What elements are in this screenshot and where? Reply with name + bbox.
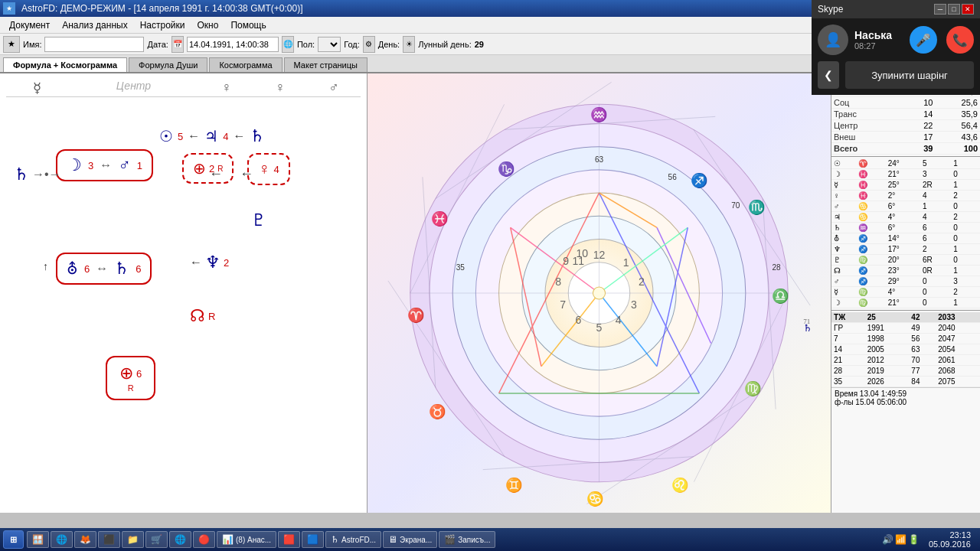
day-icon[interactable]: ☀ bbox=[403, 36, 415, 53]
start-button[interactable]: ⊞ bbox=[3, 530, 24, 549]
col-header-mars: ♂ bbox=[307, 80, 361, 96]
taskbar-item-cmd[interactable]: ⬛ bbox=[98, 531, 120, 548]
right-panel: Пл Дом Уг С Оp Личные 15 38,5 Соц 10 25,… bbox=[831, 73, 980, 513]
row-label: Центр bbox=[831, 120, 905, 132]
date-input[interactable] bbox=[187, 37, 279, 52]
taskbar-item-icon: 🌐 bbox=[175, 534, 186, 545]
taskbar-item-screen[interactable]: 🖥Экрана... bbox=[383, 531, 437, 548]
name-input[interactable] bbox=[44, 37, 144, 52]
taskbar-item-label: AstroFD... bbox=[341, 536, 376, 544]
table-row: ♃♋4°42 bbox=[831, 212, 980, 223]
clock-time: 23:13 bbox=[929, 530, 971, 540]
row-v1: 14 bbox=[905, 109, 935, 120]
svg-text:♑: ♑ bbox=[498, 161, 515, 178]
table-row: ⛢♐14°60 bbox=[831, 233, 980, 244]
saturn-left-symbol: ♄ bbox=[14, 165, 29, 184]
arrow-boxes: ← bbox=[209, 166, 223, 182]
menu-document[interactable]: Документ bbox=[3, 18, 56, 32]
table-row: 28 2019 77 2068 bbox=[831, 366, 980, 377]
row-v1: 39 bbox=[905, 143, 935, 155]
skype-end-button[interactable]: 📞 bbox=[946, 26, 974, 54]
skype-wincontrols: ─ □ ✕ bbox=[934, 4, 974, 15]
jupiter-number: 4 bbox=[223, 131, 228, 142]
taskbar-item-icon: 🔴 bbox=[198, 534, 210, 545]
pluto-area: ♇ bbox=[251, 210, 266, 230]
taskbar-clock: 23:13 05.09.2016 bbox=[923, 530, 977, 549]
mars-number: 1 bbox=[137, 160, 142, 171]
svg-text:12: 12 bbox=[593, 249, 606, 261]
footer-label: ТЖ bbox=[831, 312, 865, 323]
svg-text:♐: ♐ bbox=[691, 172, 708, 189]
svg-text:3: 3 bbox=[631, 298, 637, 311]
svg-text:♉: ♉ bbox=[429, 403, 446, 420]
arrow-neptune: ← bbox=[190, 256, 202, 269]
table-row: Соц 10 25,6 bbox=[831, 97, 980, 109]
calendar-icon[interactable]: 📅 bbox=[172, 36, 184, 53]
toolbar-icon[interactable]: ★ bbox=[3, 36, 20, 53]
taskbar-item-ppt[interactable]: 🟥 bbox=[278, 531, 300, 548]
chart-panel: ♒ ♏ ♎ ♍ ♌ ♋ ♊ ♉ ♈ ♓ ♐ bbox=[368, 73, 831, 513]
earth-symbol: ⊕ bbox=[193, 159, 206, 178]
skype-user-info: 👤 Наська 08:27 🎤 📞 bbox=[818, 24, 974, 55]
uranus-symbol: ⛢ bbox=[67, 259, 78, 278]
table-row: Внеш 17 43,6 bbox=[831, 132, 980, 143]
saturn-symbol: ♄ bbox=[250, 126, 265, 146]
saturn2-number: 6 bbox=[136, 263, 141, 275]
taskbar-item-winexplorer[interactable]: 🪟 bbox=[27, 531, 49, 548]
row-v1: 17 bbox=[905, 132, 935, 143]
tab-formula-kosmo[interactable]: Формула + Космограмма bbox=[3, 57, 127, 72]
svg-text:♍: ♍ bbox=[744, 380, 762, 397]
pol-select[interactable] bbox=[318, 37, 341, 52]
skype-share-button[interactable]: Зупинити шарінг bbox=[845, 61, 974, 89]
saturn2-symbol: ♄ bbox=[114, 259, 129, 279]
tab-layout[interactable]: Макет страницы bbox=[284, 57, 368, 72]
svg-text:4: 4 bbox=[616, 314, 622, 326]
skype-close[interactable]: ✕ bbox=[962, 4, 974, 15]
globe-icon[interactable]: 🌐 bbox=[282, 36, 294, 53]
skype-titlebar: Skype ─ □ ✕ bbox=[812, 0, 980, 18]
row-label: Всего bbox=[831, 143, 905, 155]
taskbar-item-store[interactable]: 🛒 bbox=[145, 531, 168, 548]
left-panel: ☿ Центр ♀ ♀ ♂ ☉ 5 ← ♃ 4 ← ♄ ☽ 3 ↔ ♂ bbox=[0, 73, 368, 513]
skype-maximize[interactable]: □ bbox=[948, 4, 960, 15]
svg-text:28: 28 bbox=[773, 263, 782, 272]
taskbar-item-record[interactable]: 🎬Записъ... bbox=[439, 531, 495, 548]
menu-settings[interactable]: Настройки bbox=[134, 18, 191, 32]
taskbar-item-red[interactable]: 🔴 bbox=[193, 531, 215, 548]
taskbar-items: 🪟 🌐 🦊 ⬛ 📁 🛒 🌐 🔴 📊(8) Анас... 🟥 🟦 ♄AstroF… bbox=[27, 531, 876, 548]
taskbar-item-icon: 🪟 bbox=[32, 534, 44, 545]
skype-avatar: 👤 bbox=[818, 24, 848, 55]
table-row: ♂♋6°10 bbox=[831, 201, 980, 212]
svg-text:♓: ♓ bbox=[431, 210, 449, 227]
skype-minimize[interactable]: ─ bbox=[934, 4, 946, 15]
taskbar-item-ie[interactable]: 🌐 bbox=[51, 531, 73, 548]
taskbar-item-ananas[interactable]: 📊(8) Анас... bbox=[217, 531, 276, 548]
sun-number: 5 bbox=[178, 131, 183, 142]
skype-mic-button[interactable]: 🎤 bbox=[910, 26, 937, 54]
table-row: Всего 39 100 bbox=[831, 143, 980, 155]
skype-chevron-button[interactable]: ❮ bbox=[818, 61, 839, 89]
skype-share-row: ❮ Зупинити шарінг bbox=[818, 61, 974, 89]
menu-analysis[interactable]: Анализ данных bbox=[56, 18, 133, 32]
table-row: ♀♓2°42 bbox=[831, 191, 980, 201]
taskbar-item-firefox[interactable]: 🦊 bbox=[74, 531, 96, 548]
tab-formula-soul[interactable]: Формула Души bbox=[129, 57, 207, 72]
menu-window[interactable]: Окно bbox=[191, 18, 224, 32]
sun-symbol: ☉ bbox=[159, 127, 173, 145]
day-label: День: bbox=[378, 40, 400, 49]
taskbar-item-icon: 🎬 bbox=[444, 534, 456, 545]
taskbar-item-chrome[interactable]: 🌐 bbox=[169, 531, 191, 548]
col-header-center: Центр bbox=[67, 80, 200, 96]
taskbar-item-astro[interactable]: ♄AstroFD... bbox=[325, 531, 381, 548]
svg-text:71: 71 bbox=[803, 318, 810, 325]
taskbar-item-skype[interactable]: 🟦 bbox=[302, 531, 324, 548]
table-row: ☿♓25°2R1 bbox=[831, 180, 980, 191]
year-icon[interactable]: ⚙ bbox=[363, 36, 375, 53]
tab-kosmo[interactable]: Космограмма bbox=[209, 57, 282, 72]
taskbar-item-folder[interactable]: 📁 bbox=[122, 531, 144, 548]
earth2-number: 6 bbox=[136, 368, 142, 380]
menu-help[interactable]: Помощь bbox=[224, 18, 272, 32]
venus-number: 4 bbox=[274, 164, 279, 175]
svg-text:70: 70 bbox=[731, 201, 740, 210]
table-row: ☽♍21°01 bbox=[831, 298, 980, 308]
